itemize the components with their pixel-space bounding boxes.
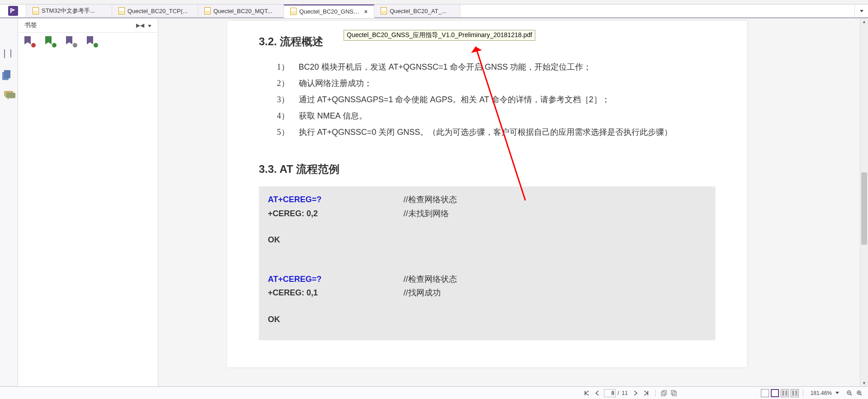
status-bar: / 11 181.46% [0, 386, 868, 399]
list-text: 确认网络注册成功； [299, 75, 372, 91]
zoom-in-button[interactable] [854, 388, 864, 398]
document-tab-0[interactable]: STM32中文参考手... [26, 5, 112, 17]
at-comment: //找网成功 [404, 286, 441, 300]
bookmark-outline-icon[interactable] [4, 49, 14, 59]
svg-rect-2 [661, 392, 665, 396]
tabs-overflow-button[interactable] [854, 5, 868, 17]
tab-label: Quectel_BC20_TCP(... [127, 8, 188, 14]
bookmark-delete-icon[interactable] [24, 36, 34, 46]
app-logo-cell [0, 5, 26, 17]
list-item: 1）BC20 模块开机后，发送 AT+QGNSSC=1 命令开启 GNSS 功能… [277, 59, 716, 75]
at-comment: //检查网络状态 [404, 193, 457, 207]
view-continuous-button[interactable] [771, 389, 779, 397]
menu-strip [0, 0, 868, 5]
at-command: +CEREG: 0,1 [268, 286, 404, 300]
at-response-ok: OK [268, 233, 707, 247]
document-viewer: Quectel_BC20_GNSS_应用指导_V1.0_Preliminary_… [158, 19, 868, 386]
view-mode-group [760, 389, 799, 397]
tab-label: Quectel_BC20_MQT... [213, 8, 272, 14]
comments-icon[interactable] [4, 91, 14, 101]
page-number-input[interactable] [604, 389, 616, 397]
page-total: 11 [620, 390, 629, 396]
scroll-thumb[interactable] [861, 172, 867, 245]
bookmarks-toolbar [18, 33, 158, 49]
list-text: 获取 NMEA 信息。 [299, 108, 367, 124]
first-page-button[interactable] [581, 388, 591, 398]
tab-tooltip: Quectel_BC20_GNSS_应用指导_V1.0_Preliminary_… [344, 30, 535, 41]
page-sep: / [618, 390, 619, 396]
next-page-button[interactable] [631, 388, 641, 398]
page-nav-group: / 11 [581, 388, 651, 398]
bookmarks-header: 书签 ▶◀ [18, 19, 158, 33]
at-command-line: AT+CEREG=?//检查网络状态 [268, 272, 707, 286]
pdf-page: 3.2. 流程概述 1）BC20 模块开机后，发送 AT+QGNSSC=1 命令… [227, 21, 747, 367]
section-3-2-list: 1）BC20 模块开机后，发送 AT+QGNSSC=1 命令开启 GNSS 功能… [277, 59, 716, 140]
pdf-file-icon [118, 7, 125, 14]
list-text: 通过 AT+QGNSSAGPS=1 命令使能 AGPS。相关 AT 命令的详情，… [299, 91, 610, 108]
bookmark-settings-icon[interactable] [87, 36, 97, 46]
tab-close-button[interactable]: × [364, 8, 368, 15]
at-command-line: AT+CEREG=?//检查网络状态 [268, 193, 707, 207]
zoom-dropdown-icon[interactable] [835, 392, 839, 394]
tab-label: Quectel_BC20_AT_... [390, 8, 447, 14]
tab-label: STM32中文参考手... [42, 7, 95, 15]
pdf-file-icon [33, 7, 39, 14]
svg-rect-4 [671, 390, 675, 394]
list-number: 5） [277, 124, 299, 140]
view-single-button[interactable] [761, 389, 769, 397]
svg-rect-3 [663, 390, 666, 394]
list-item: 5）执行 AT+QGNSSC=0 关闭 GNSS。（此为可选步骤，客户可根据自己… [277, 124, 716, 140]
tab-label: Quectel_BC20_GNSS... [299, 8, 361, 15]
last-page-button[interactable] [642, 388, 651, 398]
at-command-line: +CEREG: 0,1//找网成功 [268, 286, 707, 300]
list-number: 2） [277, 75, 299, 91]
main-area: 书签 ▶◀ Quectel_BC20_GNSS_应用指导_V1.0_Prelim… [0, 18, 868, 386]
at-comment: //检查网络状态 [404, 272, 457, 286]
list-item: 3）通过 AT+QGNSSAGPS=1 命令使能 AGPS。相关 AT 命令的详… [277, 91, 716, 108]
document-tab-2[interactable]: Quectel_BC20_MQT... [198, 5, 284, 17]
activity-strip [0, 19, 18, 386]
document-tab-3[interactable]: Quectel_BC20_GNSS...× [284, 5, 374, 17]
list-number: 1） [277, 59, 299, 75]
at-command: AT+CEREG=? [268, 272, 404, 286]
list-item: 2）确认网络注册成功； [277, 75, 716, 91]
bookmarks-menu-button[interactable] [146, 22, 153, 28]
scroll-down-button[interactable]: ▼ [860, 381, 868, 385]
pages-stack-icon[interactable] [4, 70, 14, 80]
svg-rect-5 [673, 392, 676, 396]
tab-bar: STM32中文参考手...Quectel_BC20_TCP(...Quectel… [0, 5, 868, 18]
view-two-continuous-button[interactable] [791, 389, 799, 397]
pdf-file-icon [204, 7, 211, 14]
list-number: 3） [277, 91, 299, 108]
list-text: 执行 AT+QGNSSC=0 关闭 GNSS。（此为可选步骤，客户可根据自己的应… [299, 124, 673, 140]
app-logo-icon [8, 6, 18, 16]
layers-icon[interactable] [659, 388, 669, 398]
layers-icon-2[interactable] [669, 388, 679, 398]
list-item: 4）获取 NMEA 信息。 [277, 108, 716, 124]
list-number: 4） [277, 108, 299, 124]
vertical-scrollbar[interactable]: ▲ ▼ [860, 19, 868, 386]
bookmarks-title: 书签 [24, 21, 37, 29]
prev-page-button[interactable] [592, 388, 602, 398]
document-tab-4[interactable]: Quectel_BC20_AT_... [374, 5, 460, 17]
at-comment: //未找到网络 [404, 207, 449, 221]
pdf-file-icon [381, 7, 387, 14]
pdf-file-icon [290, 8, 297, 15]
at-response-ok: OK [268, 313, 707, 327]
at-command-example-box: AT+CEREG=?//检查网络状态+CEREG: 0,2//未找到网络OKAT… [259, 186, 716, 340]
bookmark-navigate-icon[interactable] [66, 36, 76, 46]
list-text: BC20 模块开机后，发送 AT+QGNSSC=1 命令开启 GNSS 功能，开… [299, 59, 592, 75]
section-3-3-heading: 3.3. AT 流程范例 [259, 162, 716, 176]
bookmark-add-icon[interactable] [45, 36, 55, 46]
zoom-level[interactable]: 181.46% [811, 390, 832, 396]
at-command-line: +CEREG: 0,2//未找到网络 [268, 207, 707, 221]
zoom-out-button[interactable] [844, 388, 854, 398]
bookmarks-collapse-button[interactable]: ▶◀ [134, 22, 146, 28]
view-two-page-button[interactable] [781, 389, 789, 397]
document-tab-1[interactable]: Quectel_BC20_TCP(... [112, 5, 198, 17]
scroll-up-button[interactable]: ▲ [860, 19, 868, 24]
bookmarks-panel: 书签 ▶◀ [18, 19, 158, 386]
at-command: +CEREG: 0,2 [268, 207, 404, 221]
at-command: AT+CEREG=? [268, 193, 404, 207]
